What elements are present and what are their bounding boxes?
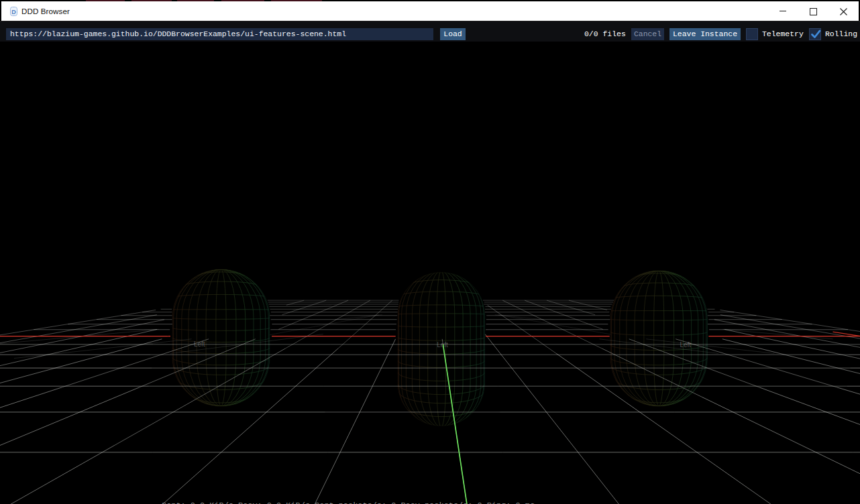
svg-text:D: D (11, 9, 16, 15)
